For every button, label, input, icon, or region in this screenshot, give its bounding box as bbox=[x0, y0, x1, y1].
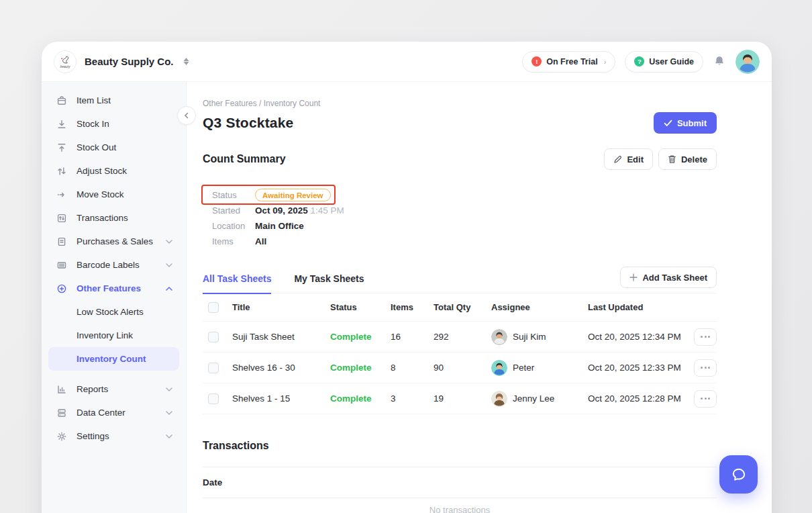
status-label: Status bbox=[212, 190, 255, 200]
add-task-sheet-label: Add Task Sheet bbox=[642, 273, 707, 283]
sidebar-subitem-label: Inventory Link bbox=[77, 330, 133, 340]
delete-label: Delete bbox=[681, 154, 707, 165]
data-center-icon bbox=[56, 408, 67, 418]
check-icon bbox=[664, 120, 672, 127]
company-name: Beauty Supply Co. bbox=[85, 56, 174, 67]
task-sheet-status: Complete bbox=[330, 393, 391, 404]
add-task-sheet-button[interactable]: Add Task Sheet bbox=[620, 267, 717, 288]
stock-in-icon bbox=[56, 119, 67, 130]
other-features-icon bbox=[56, 283, 67, 294]
assignee-avatar bbox=[491, 329, 507, 345]
sidebar-item-other-features[interactable]: Other Features bbox=[48, 277, 179, 300]
chevron-right-icon: › bbox=[604, 58, 607, 66]
sidebar-item-label: Data Center bbox=[77, 408, 125, 418]
task-sheet-items: 16 bbox=[391, 332, 434, 342]
col-last-updated: Last Updated bbox=[588, 302, 687, 312]
table-row[interactable]: Shelves 16 - 30 Complete 8 90 Peter Oct … bbox=[203, 353, 717, 383]
table-row[interactable]: Shelves 1 - 15 Complete 3 19 Jenny Lee O… bbox=[203, 383, 717, 414]
move-stock-icon bbox=[56, 189, 67, 200]
sidebar-item-reports[interactable]: Reports bbox=[48, 377, 179, 401]
task-sheet-items: 3 bbox=[391, 393, 434, 404]
table-row[interactable]: Suji Task Sheet Complete 16 292 Suji Kim… bbox=[203, 322, 717, 353]
chevron-up-icon bbox=[166, 287, 172, 291]
trial-alert-icon: ! bbox=[531, 56, 542, 66]
task-sheet-total-qty: 90 bbox=[434, 363, 491, 373]
location-value: Main Office bbox=[255, 221, 304, 231]
breadcrumb: Other Features / Inventory Count bbox=[203, 82, 717, 108]
user-guide-button[interactable]: ? User Guide bbox=[625, 51, 703, 73]
sidebar-item-item-list[interactable]: Item List bbox=[48, 89, 179, 112]
sidebar-subitem-inventory-count[interactable]: Inventory Count bbox=[48, 347, 179, 371]
plus-icon bbox=[629, 273, 638, 281]
sidebar-item-stock-out[interactable]: Stock Out bbox=[48, 136, 179, 159]
sidebar-collapse-button[interactable] bbox=[177, 106, 196, 125]
assignee-cell: Peter bbox=[491, 360, 588, 376]
assignee-avatar bbox=[491, 391, 507, 407]
company-switcher-icon[interactable] bbox=[183, 58, 189, 65]
tab-all-task-sheets[interactable]: All Task Sheets bbox=[203, 273, 271, 294]
stock-out-icon bbox=[56, 142, 67, 153]
sidebar-item-label: Barcode Labels bbox=[77, 260, 140, 270]
count-summary-heading: Count Summary bbox=[203, 153, 286, 165]
count-summary-fields: Status Awaiting Review Started Oct 09, 2… bbox=[203, 187, 485, 249]
delete-button[interactable]: Delete bbox=[658, 148, 717, 170]
chevron-down-icon bbox=[166, 263, 172, 267]
chevron-down-icon bbox=[166, 434, 172, 438]
transactions-empty-text: No transactions bbox=[203, 505, 717, 513]
select-all-checkbox[interactable] bbox=[208, 302, 219, 313]
sidebar-item-settings[interactable]: Settings bbox=[48, 424, 179, 448]
transactions-date-header: Date bbox=[203, 477, 717, 487]
sidebar-subitem-inventory-link[interactable]: Inventory Link bbox=[48, 324, 179, 347]
sidebar-item-label: Adjust Stock bbox=[77, 166, 127, 176]
row-checkbox[interactable] bbox=[208, 393, 219, 404]
pencil-icon bbox=[613, 155, 622, 164]
barcode-labels-icon bbox=[56, 260, 67, 271]
sidebar-item-label: Transactions bbox=[77, 213, 128, 223]
started-field: Started Oct 09, 2025 1:45 PM bbox=[203, 203, 485, 218]
row-menu-button[interactable] bbox=[694, 359, 717, 377]
settings-gear-icon bbox=[56, 431, 67, 442]
sidebar-item-data-center[interactable]: Data Center bbox=[48, 401, 179, 424]
row-menu-button[interactable] bbox=[694, 328, 717, 346]
last-updated: Oct 20, 2025 12:33 PM bbox=[588, 363, 687, 373]
row-checkbox[interactable] bbox=[208, 332, 219, 342]
tab-my-task-sheets[interactable]: My Task Sheets bbox=[294, 273, 364, 293]
notifications-bell-icon[interactable] bbox=[713, 55, 726, 68]
location-label: Location bbox=[212, 221, 255, 231]
chat-support-button[interactable] bbox=[719, 455, 758, 494]
task-sheet-title: Shelves 16 - 30 bbox=[232, 363, 330, 373]
task-sheet-total-qty: 19 bbox=[434, 393, 491, 404]
task-sheet-items: 8 bbox=[391, 363, 434, 373]
sidebar-item-adjust-stock[interactable]: Adjust Stock bbox=[48, 159, 179, 183]
sidebar-item-move-stock[interactable]: Move Stock bbox=[48, 183, 179, 206]
last-updated: Oct 20, 2025 12:28 PM bbox=[588, 393, 687, 404]
purchases-sales-icon bbox=[56, 236, 67, 247]
col-total-qty: Total Qty bbox=[434, 302, 491, 312]
started-label: Started bbox=[212, 205, 255, 216]
sidebar-item-barcode-labels[interactable]: Barcode Labels bbox=[48, 253, 179, 277]
assignee-avatar bbox=[491, 360, 507, 376]
col-assignee: Assignee bbox=[491, 302, 588, 312]
col-status: Status bbox=[330, 302, 391, 312]
assignee-cell: Jenny Lee bbox=[491, 391, 588, 407]
app-window: beauty Beauty Supply Co. ! On Free Trial… bbox=[42, 42, 772, 513]
submit-button[interactable]: Submit bbox=[654, 112, 717, 134]
company-logo[interactable]: beauty bbox=[54, 50, 77, 73]
sidebar-subitem-low-stock-alerts[interactable]: Low Stock Alerts bbox=[48, 300, 179, 324]
divider bbox=[203, 467, 717, 467]
assignee-name: Suji Kim bbox=[513, 332, 546, 342]
sidebar: Item List Stock In Stock Out Adjust Stoc… bbox=[42, 82, 187, 513]
free-trial-button[interactable]: ! On Free Trial › bbox=[522, 51, 615, 73]
row-menu-button[interactable] bbox=[694, 390, 717, 408]
edit-button[interactable]: Edit bbox=[604, 148, 653, 170]
sidebar-item-purchases-sales[interactable]: Purchases & Sales bbox=[48, 230, 179, 253]
item-list-icon bbox=[56, 95, 67, 106]
sidebar-item-transactions[interactable]: Transactions bbox=[48, 206, 179, 230]
col-items: Items bbox=[391, 302, 434, 312]
user-avatar[interactable] bbox=[735, 50, 760, 74]
items-value: All bbox=[255, 236, 266, 246]
sidebar-item-stock-in[interactable]: Stock In bbox=[48, 112, 179, 136]
row-checkbox[interactable] bbox=[208, 363, 219, 373]
trash-icon bbox=[668, 154, 676, 164]
chevron-down-icon bbox=[166, 411, 172, 415]
